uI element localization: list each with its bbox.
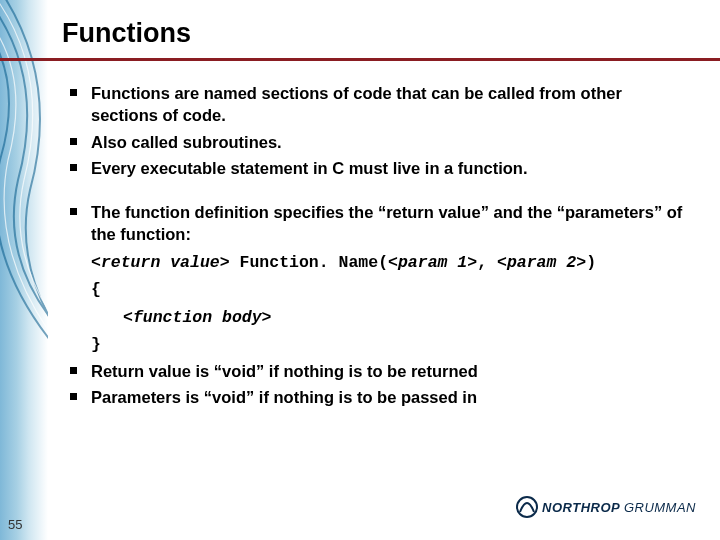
code-sep: , xyxy=(477,253,497,272)
svg-point-0 xyxy=(517,497,537,517)
brand-word-1: NORTHROP xyxy=(542,500,620,515)
brand-word-2: GRUMMAN xyxy=(624,500,696,515)
bullet-text: Every executable statement in C must liv… xyxy=(91,157,690,179)
bullet-item: Also called subroutines. xyxy=(70,131,690,153)
side-decoration xyxy=(0,0,48,540)
bullet-item: Every executable statement in C must liv… xyxy=(70,157,690,179)
code-body: <function body> xyxy=(91,305,690,331)
bullet-icon xyxy=(70,393,77,400)
slide-body: Functions are named sections of code tha… xyxy=(70,82,690,430)
page-number: 55 xyxy=(8,517,22,532)
bullet-icon xyxy=(70,138,77,145)
code-param2: <param 2> xyxy=(497,253,586,272)
bullet-icon xyxy=(70,208,77,215)
bullet-text: The function definition specifies the “r… xyxy=(91,201,690,246)
title-underline xyxy=(0,58,720,61)
brand-text: NORTHROP GRUMMAN xyxy=(542,500,696,515)
code-close-paren: ) xyxy=(586,253,596,272)
slide-title: Functions xyxy=(62,18,191,49)
bullet-text: Also called subroutines. xyxy=(91,131,690,153)
code-return-value: <return value> xyxy=(91,253,230,272)
code-signature: <return value> Function. Name(<param 1>,… xyxy=(91,250,690,276)
bullet-item: Parameters is “void” if nothing is to be… xyxy=(70,386,690,408)
bullet-item: Return value is “void” if nothing is to … xyxy=(70,360,690,382)
brand-logo: NORTHROP GRUMMAN xyxy=(516,496,696,518)
bullet-group-1: Functions are named sections of code tha… xyxy=(70,82,690,179)
code-fn-name: Function. Name( xyxy=(230,253,388,272)
bullet-item: Functions are named sections of code tha… xyxy=(70,82,690,127)
brand-mark-icon xyxy=(516,496,538,518)
bullet-text: Return value is “void” if nothing is to … xyxy=(91,360,690,382)
bullet-icon xyxy=(70,89,77,96)
bullet-text: Parameters is “void” if nothing is to be… xyxy=(91,386,690,408)
code-param1: <param 1> xyxy=(388,253,477,272)
bullet-group-2: The function definition specifies the “r… xyxy=(70,201,690,408)
code-body-text: <function body> xyxy=(123,308,272,327)
bullet-item: The function definition specifies the “r… xyxy=(70,201,690,246)
bullet-icon xyxy=(70,367,77,374)
code-open-brace: { xyxy=(91,277,690,303)
bullet-icon xyxy=(70,164,77,171)
code-close-brace: } xyxy=(91,332,690,358)
bullet-text: Functions are named sections of code tha… xyxy=(91,82,690,127)
